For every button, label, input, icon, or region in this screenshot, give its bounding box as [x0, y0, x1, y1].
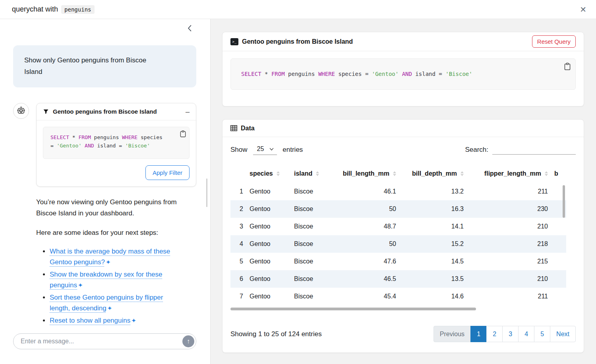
- horizontal-scrollbar[interactable]: [230, 308, 476, 310]
- sparkle-icon: ✦: [131, 317, 136, 324]
- filter-card-title: Gentoo penguins from Biscoe Island: [53, 108, 157, 115]
- suggestion-item: What is the average body mass of these G…: [50, 246, 183, 268]
- table-scroll-area[interactable]: speciesislandbill_length_mmbill_depth_mm…: [230, 165, 576, 312]
- app-title: querychat with: [12, 5, 58, 14]
- assistant-message: You’re now viewing only Gentoo penguins …: [13, 197, 196, 326]
- query-card: >_ Gentoo penguins from Biscoe Island Re…: [222, 32, 584, 106]
- reset-query-button[interactable]: Reset Query: [532, 35, 576, 48]
- table-row: 1GentooBiscoe46.113.2211: [230, 183, 566, 200]
- table-grid-icon: [230, 125, 237, 131]
- column-header-bill_depth_mm[interactable]: bill_depth_mm: [399, 165, 467, 183]
- entries-label: entries: [283, 146, 303, 154]
- arrow-up-icon: ↑: [187, 338, 190, 345]
- table-row: 4GentooBiscoe5015.2218: [230, 235, 566, 253]
- copy-icon[interactable]: [564, 63, 571, 70]
- page-button-5[interactable]: 5: [534, 326, 550, 342]
- column-header-bill_length_mm[interactable]: bill_length_mm: [331, 165, 399, 183]
- pagination: Previous12345Next: [433, 326, 576, 342]
- column-header-b[interactable]: b: [551, 165, 566, 183]
- sql-code-block-main: SELECT * FROM penguins WHERE species = '…: [230, 58, 576, 90]
- suggestion-link[interactable]: Show the breakdown by sex for these peng…: [50, 271, 163, 289]
- collapse-card-button[interactable]: –: [186, 108, 190, 115]
- sort-arrows-icon: [393, 170, 396, 178]
- suggestion-item: Show the breakdown by sex for these peng…: [50, 269, 183, 291]
- table-row: 2GentooBiscoe5016.3230: [230, 200, 566, 218]
- page-length-select[interactable]: 25: [253, 144, 277, 155]
- page-button-next[interactable]: Next: [550, 326, 576, 342]
- sort-arrows-icon: [277, 170, 280, 178]
- chevron-down-icon: [269, 148, 274, 151]
- page-length-control: Show 25 entries: [230, 144, 303, 155]
- suggestion-item: Sort these Gentoo penguins by flipper le…: [50, 292, 183, 314]
- table-body: 1GentooBiscoe46.113.22112GentooBiscoe501…: [230, 183, 566, 305]
- page-button-1[interactable]: 1: [470, 326, 487, 342]
- suggestion-item: Reset to show all penguins✦: [50, 315, 183, 326]
- assistant-avatar: [13, 103, 29, 119]
- page-button-4[interactable]: 4: [518, 326, 534, 342]
- table-row: 7GentooBiscoe45.414.6211: [230, 288, 566, 305]
- search-control: Search:: [465, 145, 576, 155]
- dataset-chip: penguins: [61, 5, 94, 14]
- terminal-icon: >_: [230, 38, 238, 45]
- chat-message-input[interactable]: [13, 333, 196, 349]
- entries-summary: Showing 1 to 25 of 124 entries: [230, 330, 322, 338]
- suggestion-list: What is the average body mass of these G…: [50, 246, 196, 326]
- sort-arrows-icon: [545, 170, 548, 178]
- chat-sidebar: Show only Gentoo penguins from Biscoe Is…: [0, 19, 211, 364]
- suggestion-link[interactable]: Reset to show all penguins: [50, 317, 130, 324]
- assistant-paragraph: You’re now viewing only Gentoo penguins …: [36, 197, 196, 219]
- column-header-species[interactable]: species: [246, 165, 291, 183]
- sql-code-block: SELECT * FROM penguins WHERE species= 'G…: [43, 127, 190, 159]
- table-row: 3GentooBiscoe48.714.1210: [230, 218, 566, 235]
- table-search-input[interactable]: [492, 145, 576, 155]
- close-icon[interactable]: ✕: [580, 6, 586, 14]
- search-label: Search:: [465, 146, 488, 154]
- chevron-left-icon: [187, 25, 192, 32]
- page-length-value: 25: [257, 145, 264, 153]
- column-header-flipper_length_mm[interactable]: flipper_length_mm: [467, 165, 551, 183]
- table-row: 6GentooBiscoe46.513.5210: [230, 270, 566, 288]
- apply-filter-button[interactable]: Apply Filter: [145, 165, 190, 180]
- page-button-3[interactable]: 3: [502, 326, 519, 342]
- penguins-table: speciesislandbill_length_mmbill_depth_mm…: [230, 165, 566, 305]
- sparkle-icon: ✦: [78, 282, 83, 288]
- sort-arrows-icon: [316, 170, 319, 178]
- sparkle-icon: ✦: [106, 259, 111, 265]
- table-row: 5GentooBiscoe47.614.5215: [230, 253, 566, 270]
- column-header-island[interactable]: island: [291, 165, 331, 183]
- panel-resize-handle[interactable]: [206, 178, 207, 207]
- filter-funnel-icon: [43, 108, 49, 114]
- sparkle-icon: ✦: [107, 305, 112, 312]
- filter-tool-card: Gentoo penguins from Biscoe Island – SEL…: [36, 103, 196, 187]
- app-header: querychat with penguins ✕: [0, 0, 596, 19]
- collapse-sidebar-button[interactable]: [187, 25, 192, 35]
- table-header-row: speciesislandbill_length_mmbill_depth_mm…: [230, 165, 566, 183]
- vertical-scrollbar[interactable]: [563, 185, 565, 218]
- copy-icon[interactable]: [180, 130, 186, 137]
- page-button-previous[interactable]: Previous: [433, 326, 471, 342]
- user-message-bubble: Show only Gentoo penguins from Biscoe Is…: [13, 45, 196, 87]
- page-button-2[interactable]: 2: [486, 326, 503, 342]
- assistant-paragraph: Here are some ideas for your next steps:: [36, 227, 196, 238]
- user-message-text: Show only Gentoo penguins from Biscoe Is…: [24, 55, 166, 78]
- send-button[interactable]: ↑: [182, 335, 194, 347]
- sort-arrows-icon: [461, 170, 464, 178]
- query-card-title: Gentoo penguins from Biscoe Island: [242, 38, 353, 45]
- robot-icon: [16, 106, 26, 116]
- show-label: Show: [230, 146, 248, 154]
- suggestion-link[interactable]: Sort these Gentoo penguins by flipper le…: [50, 294, 163, 312]
- dashboard-main: >_ Gentoo penguins from Biscoe Island Re…: [211, 19, 596, 364]
- data-card-title: Data: [241, 125, 255, 132]
- data-card: Data Show 25 entries: [222, 119, 584, 353]
